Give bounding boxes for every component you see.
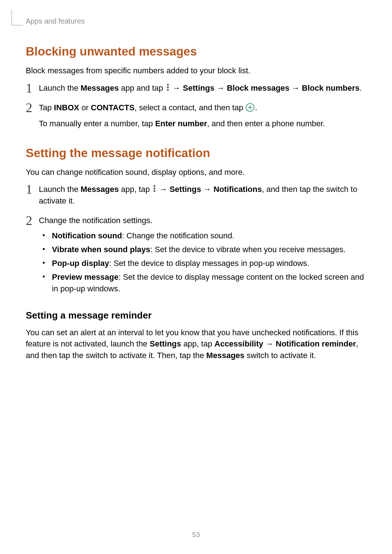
text: , select a contact, and then tap [135, 103, 246, 112]
text: → [201, 185, 213, 194]
text: . [255, 103, 257, 112]
more-options-icon [153, 184, 156, 193]
text-bold: Notification sound [52, 231, 122, 240]
step-1: 1 Launch the Messages app, tap → Setting… [26, 184, 367, 209]
list-item: Preview message: Set the device to displ… [42, 271, 367, 295]
text: Change the notification settings. [39, 215, 367, 226]
step-number: 2 [26, 214, 39, 227]
step-number: 1 [26, 82, 39, 95]
step-2: 2 Tap INBOX or CONTACTS, select a contac… [26, 102, 367, 133]
text-bold: Settings [183, 83, 215, 93]
step-number: 1 [26, 183, 39, 196]
step-number: 2 [26, 101, 39, 114]
plus-circle-icon [246, 103, 254, 112]
step-1: 1 Launch the Messages app and tap → Sett… [26, 82, 367, 96]
step-body: Change the notification settings. Notifi… [39, 215, 367, 296]
step-body: Launch the Messages app, tap → Settings … [39, 184, 367, 209]
bullet-list: Notification sound: Change the notificat… [39, 230, 367, 294]
page-content: Blocking unwanted messages Block message… [26, 42, 367, 366]
text: app and tap [119, 83, 165, 93]
text: → [263, 339, 275, 348]
intro-text: You can change notification sound, displ… [26, 167, 367, 178]
text-bold: Messages [81, 185, 119, 194]
text: → [157, 185, 170, 194]
text-bold: Pop-up display [52, 259, 109, 268]
list-item: Notification sound: Change the notificat… [42, 230, 367, 242]
heading-setting-message-notification: Setting the message notification [26, 146, 367, 160]
text: : Change the notification sound. [122, 231, 234, 240]
text-bold: Settings [150, 339, 181, 348]
text-bold: Block numbers [302, 83, 360, 93]
paragraph: You can set an alert at an interval to l… [26, 327, 367, 362]
text: : Set the device to vibrate when you rec… [150, 245, 346, 254]
text: Launch the [39, 83, 81, 93]
step-body: Tap INBOX or CONTACTS, select a contact,… [39, 102, 367, 133]
text: app, tap [119, 185, 152, 194]
text-bold: Accessibility [215, 339, 264, 348]
text: Launch the [39, 185, 81, 194]
text: → [171, 83, 183, 93]
corner-mark [12, 10, 23, 25]
heading-setting-message-reminder: Setting a message reminder [26, 310, 367, 321]
intro-text: Block messages from specific numbers add… [26, 65, 367, 77]
text: app, tap [181, 339, 215, 348]
text: . [360, 83, 362, 93]
text-bold: Settings [170, 185, 201, 194]
text-bold: Preview message [52, 272, 118, 282]
text-bold: Enter number [155, 119, 207, 128]
breadcrumb: Apps and features [26, 17, 85, 25]
text: or [79, 103, 91, 112]
list-item: Pop-up display: Set the device to displa… [42, 258, 367, 269]
text-bold: Messages [206, 351, 244, 360]
step-2: 2 Change the notification settings. Noti… [26, 215, 367, 296]
text-bold: Messages [81, 83, 119, 93]
text-bold: Notification reminder [276, 339, 356, 348]
text: Tap [39, 103, 54, 112]
text: , and then enter a phone number. [207, 119, 325, 128]
step-body: Launch the Messages app and tap → Settin… [39, 82, 367, 96]
heading-blocking-unwanted-messages: Blocking unwanted messages [26, 45, 367, 58]
list-item: Vibrate when sound plays: Set the device… [42, 244, 367, 255]
text: : Set the device to display messages in … [109, 259, 310, 268]
more-options-icon [166, 83, 170, 91]
text-bold: Vibrate when sound plays [52, 245, 150, 254]
text: → [215, 83, 227, 93]
text: switch to activate it. [245, 351, 316, 360]
page-number: 53 [0, 531, 392, 539]
text-bold: Notifications [213, 185, 262, 194]
text-bold: INBOX [54, 103, 79, 112]
text: → [289, 83, 302, 93]
text-bold: Block messages [227, 83, 289, 93]
text: To manually enter a number, tap [39, 119, 155, 128]
text-bold: CONTACTS [91, 103, 135, 112]
